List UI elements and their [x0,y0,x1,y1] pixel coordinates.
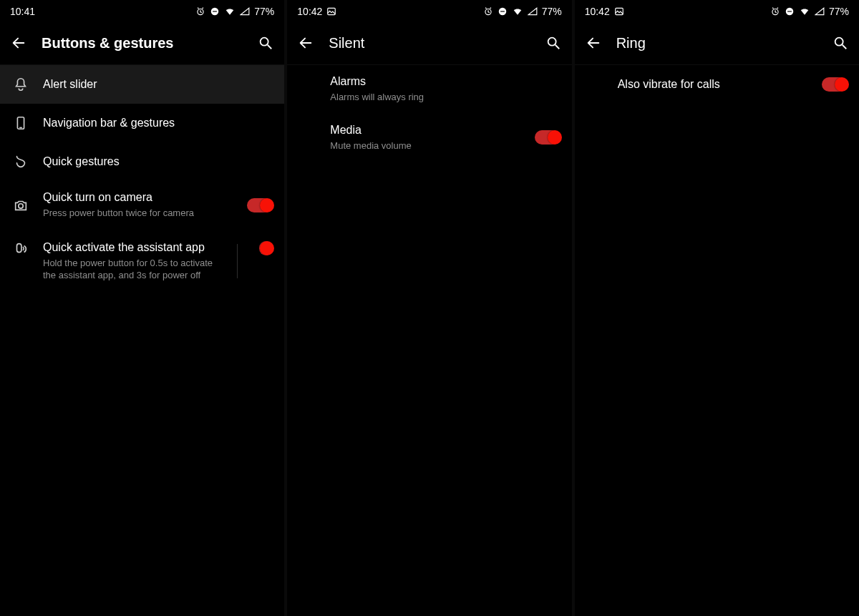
svg-rect-2 [213,11,217,11]
toggle-quick-camera[interactable] [247,198,273,212]
bell-slider-icon [11,77,30,92]
toggle-media-mute[interactable] [535,130,560,145]
svg-rect-11 [500,11,505,11]
status-bar: 10:42 77% [575,0,859,21]
row-alarms[interactable]: Alarms Alarms will always ring [287,65,571,114]
cell-signal-icon [528,6,538,16]
page-header: Buttons & gestures [0,21,284,65]
svg-rect-7 [17,243,21,252]
svg-point-12 [548,38,555,46]
toggle-also-vibrate[interactable] [822,77,848,92]
row-sub: Mute media volume [330,140,521,152]
screenshot-triptych: 10:41 77% Butto [0,0,859,616]
row-quick-camera[interactable]: Quick turn on camera Press power button … [0,181,284,230]
phone-rect-icon [11,115,30,131]
page-title: Buttons & gestures [42,35,243,52]
svg-point-17 [835,38,843,46]
status-battery: 77% [542,6,562,17]
wifi-icon [799,6,810,16]
search-button[interactable] [545,34,562,52]
status-time: 10:41 [10,6,35,17]
search-button[interactable] [832,34,849,52]
row-label: Media [330,124,521,137]
row-quick-gestures[interactable]: Quick gestures [0,142,284,181]
dnd-icon [210,6,220,16]
alarm-icon [483,6,493,16]
row-alert-slider[interactable]: Alert slider [0,65,284,104]
row-label: Navigation bar & gestures [43,117,273,129]
dnd-icon [498,6,508,16]
row-label: Quick gestures [43,155,273,168]
back-button[interactable] [10,34,27,52]
dnd-icon [785,6,795,16]
wifi-icon [512,6,523,16]
row-label: Alert slider [43,78,273,91]
page-header: Ring [575,21,859,65]
status-bar: 10:41 77% [0,0,284,21]
settings-list: Also vibrate for calls [575,65,859,104]
row-nav-bar-gestures[interactable]: Navigation bar & gestures [0,104,284,142]
row-divider [237,244,238,278]
row-label: Quick turn on camera [43,191,234,204]
image-notif-icon [614,6,624,16]
back-button[interactable] [585,34,602,52]
wifi-icon [224,6,236,16]
alarm-icon [770,6,780,16]
status-battery: 77% [254,6,274,17]
cell-signal-icon [240,6,250,16]
status-time: 10:42 [297,6,322,17]
settings-list: Alarms Alarms will always ring Media Mut… [287,65,571,162]
svg-rect-16 [787,11,792,11]
screen-silent: 10:42 77% Silent [287,0,571,616]
page-header: Silent [287,21,571,65]
row-media[interactable]: Media Mute media volume [287,114,571,162]
status-time: 10:42 [585,6,610,17]
screen-buttons-gestures: 10:41 77% Butto [0,0,284,616]
row-label: Quick activate the assistant app [43,241,224,254]
row-sub: Press power button twice for camera [43,207,234,220]
row-quick-assistant[interactable]: Quick activate the assistant app Hold th… [0,230,284,293]
alarm-icon [195,6,205,16]
svg-point-6 [19,203,23,207]
status-bar: 10:42 77% [287,0,571,21]
search-button[interactable] [257,34,274,52]
svg-point-3 [261,38,268,46]
gesture-icon [11,154,30,170]
page-title: Ring [616,35,817,52]
assistant-icon [11,241,30,257]
row-sub: Alarms will always ring [330,91,560,104]
status-battery: 77% [829,6,849,17]
cell-signal-icon [815,6,825,16]
back-button[interactable] [297,34,314,52]
settings-list: Alert slider Navigation bar & gestures Q… [0,65,284,293]
image-notif-icon [326,6,336,16]
screen-ring: 10:42 77% Ring [575,0,859,616]
page-title: Silent [329,35,530,52]
row-label: Also vibrate for calls [618,78,809,91]
row-label: Alarms [330,75,560,88]
toggle-quick-assistant[interactable] [259,241,273,255]
row-also-vibrate[interactable]: Also vibrate for calls [575,65,859,104]
row-sub: Hold the power button for 0.5s to activa… [43,257,224,282]
camera-icon [11,197,30,213]
